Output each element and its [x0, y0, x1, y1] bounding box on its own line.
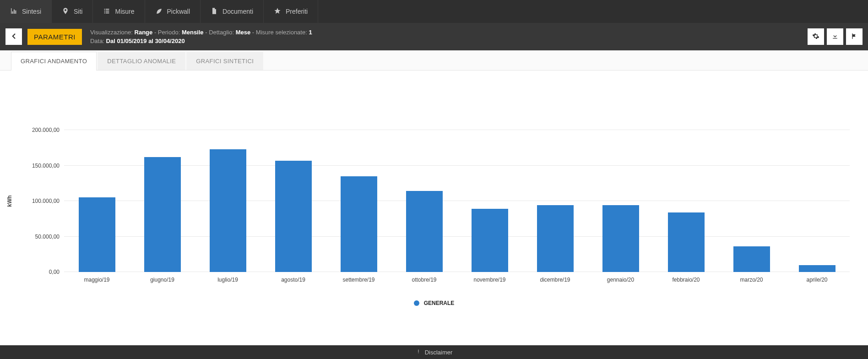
parametri-button[interactable]: PARAMETRI — [27, 29, 82, 45]
bar-column: ottobre/19 — [391, 130, 457, 272]
x-tick-label: novembre/19 — [473, 272, 505, 283]
filter-info: Visualizzazione: Range - Periodo: Mensil… — [90, 28, 312, 46]
nav-label: Preferiti — [286, 8, 308, 15]
flag-icon — [851, 33, 858, 41]
parametri-label: PARAMETRI — [34, 33, 76, 41]
list-icon — [103, 7, 110, 16]
bar[interactable] — [79, 197, 115, 272]
disclaimer-label: Disclaimer — [425, 349, 453, 356]
chart-area: kWh 0,0050.000,00100.000,00150.000,00200… — [0, 71, 868, 332]
bar-column: marzo/20 — [719, 130, 784, 272]
map-pin-icon — [62, 7, 69, 16]
bar[interactable] — [275, 161, 312, 272]
x-tick-label: dicembre/19 — [540, 272, 570, 283]
data-label: Data: — [90, 38, 104, 44]
x-tick-label: marzo/20 — [740, 272, 763, 283]
x-tick-label: febbraio/20 — [672, 272, 700, 283]
arrow-left-icon — [10, 32, 18, 42]
y-tick-label: 200.000,00 — [18, 127, 64, 133]
nav-label: Pickwall — [167, 8, 190, 15]
x-tick-label: maggio/19 — [84, 272, 109, 283]
document-icon — [211, 7, 218, 16]
bar[interactable] — [406, 191, 443, 272]
exclamation-icon — [416, 349, 421, 356]
tab-label: DETTAGLIO ANOMALIE — [107, 58, 176, 65]
legend-label: GENERALE — [424, 300, 455, 306]
y-tick-label: 0,00 — [18, 269, 64, 275]
dettaglio-label: Dettaglio: — [209, 29, 234, 36]
gear-icon — [812, 33, 819, 41]
nav-preferiti[interactable]: Preferiti — [264, 0, 318, 23]
bar-chart-icon — [10, 7, 17, 16]
x-tick-label: ottobre/19 — [412, 272, 436, 283]
bar[interactable] — [668, 212, 705, 272]
misure-value: 1 — [309, 29, 312, 36]
viz-label: Visualizzazione: — [90, 29, 133, 36]
nav-label: Sintesi — [22, 8, 41, 15]
legend-color-icon — [414, 300, 419, 306]
data-value: Dal 01/05/2019 al 30/04/2020 — [106, 38, 185, 44]
bars-container: maggio/19giugno/19luglio/19agosto/19sett… — [64, 130, 850, 272]
bar-column: settembre/19 — [326, 130, 391, 272]
misure-label: Misure selezionate: — [256, 29, 307, 36]
bar[interactable] — [144, 157, 181, 272]
download-button[interactable] — [827, 28, 843, 45]
y-axis-label: kWh — [6, 195, 13, 207]
x-tick-label: gennaio/20 — [607, 272, 634, 283]
settings-button[interactable] — [808, 28, 824, 45]
x-tick-label: luglio/19 — [217, 272, 238, 283]
nav-label: Siti — [74, 8, 82, 15]
tab-label: GRAFICI SINTETICI — [196, 58, 254, 65]
tab-grafici-sintetici[interactable]: GRAFICI SINTETICI — [186, 52, 263, 70]
periodo-value: Mensile — [182, 29, 204, 36]
tab-bar: GRAFICI ANDAMENTO DETTAGLIO ANOMALIE GRA… — [0, 50, 868, 71]
bar-column: novembre/19 — [457, 130, 522, 272]
flag-button[interactable] — [846, 28, 863, 45]
x-tick-label: agosto/19 — [281, 272, 305, 283]
bar-column: dicembre/19 — [522, 130, 588, 272]
sub-bar: PARAMETRI Visualizzazione: Range - Perio… — [0, 23, 868, 50]
bar-column: gennaio/20 — [588, 130, 653, 272]
nav-documenti[interactable]: Documenti — [201, 0, 264, 23]
nav-label: Documenti — [222, 8, 253, 15]
nav-sintesi[interactable]: Sintesi — [0, 0, 52, 23]
nav-pickwall[interactable]: Pickwall — [145, 0, 201, 23]
bar[interactable] — [602, 205, 639, 272]
tab-label: GRAFICI ANDAMENTO — [21, 58, 87, 65]
y-tick-label: 50.000,00 — [18, 234, 64, 240]
nav-siti[interactable]: Siti — [52, 0, 93, 23]
bar-column: febbraio/20 — [653, 130, 719, 272]
chart-legend: GENERALE — [0, 300, 868, 306]
star-icon — [274, 7, 281, 16]
y-tick-label: 150.000,00 — [18, 163, 64, 169]
viz-value: Range — [135, 29, 153, 36]
dettaglio-value: Mese — [236, 29, 251, 36]
bar[interactable] — [341, 176, 377, 272]
leaf-icon — [155, 7, 163, 16]
x-tick-label: aprile/20 — [806, 272, 827, 283]
bar-column: maggio/19 — [64, 130, 130, 272]
bar[interactable] — [733, 246, 770, 272]
footer[interactable]: Disclaimer — [0, 345, 868, 359]
x-tick-label: giugno/19 — [150, 272, 174, 283]
nav-label: Misure — [115, 8, 134, 15]
bar[interactable] — [799, 265, 835, 272]
nav-misure[interactable]: Misure — [93, 0, 145, 23]
bar-column: aprile/20 — [784, 130, 850, 272]
tab-grafici-andamento[interactable]: GRAFICI ANDAMENTO — [11, 52, 97, 70]
bar[interactable] — [537, 205, 574, 272]
periodo-label: Periodo: — [158, 29, 180, 36]
y-tick-label: 100.000,00 — [18, 198, 64, 204]
bar-column: agosto/19 — [260, 130, 326, 272]
top-nav: Sintesi Siti Misure Pickwall Documenti P… — [0, 0, 868, 23]
bar[interactable] — [472, 209, 508, 272]
bar[interactable] — [210, 149, 246, 272]
bar-column: luglio/19 — [195, 130, 260, 272]
download-icon — [831, 33, 839, 41]
bar-column: giugno/19 — [130, 130, 195, 272]
chart-plot: 0,0050.000,00100.000,00150.000,00200.000… — [64, 130, 850, 272]
tab-dettaglio-anomalie[interactable]: DETTAGLIO ANOMALIE — [98, 52, 185, 70]
back-button[interactable] — [5, 28, 22, 45]
x-tick-label: settembre/19 — [342, 272, 374, 283]
